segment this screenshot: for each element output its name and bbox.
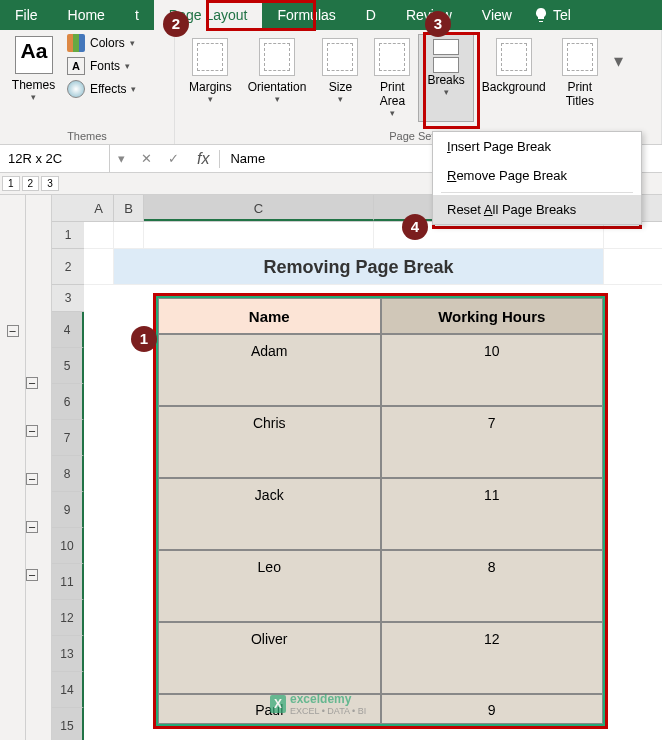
themes-group: Aa Themes ▾ Colors ▾ AFonts ▾ Effects ▾ … <box>0 30 175 144</box>
td-hours-5[interactable]: 9 <box>381 694 604 724</box>
row-header-6[interactable]: 6 <box>52 384 84 420</box>
orientation-button[interactable]: Orientation▾ <box>240 34 315 122</box>
outline-collapse-3[interactable]: – <box>26 425 38 437</box>
row-header-10[interactable]: 10 <box>52 528 84 564</box>
margins-button[interactable]: Margins▾ <box>181 34 240 122</box>
row-headers: 1 2 3 4 5 6 7 8 9 10 11 12 13 14 15 <box>52 195 84 740</box>
watermark: X exceldemy EXCEL • DATA • BI <box>270 692 366 716</box>
cell-area[interactable]: A B C D Removing Page Break Name Working… <box>84 195 662 740</box>
row-header-15[interactable]: 15 <box>52 708 84 740</box>
formula-content[interactable]: Name <box>220 151 275 166</box>
tab-insert[interactable]: t <box>120 0 154 30</box>
effects-button[interactable]: Effects ▾ <box>67 80 136 98</box>
row-header-7[interactable]: 7 <box>52 420 84 456</box>
worksheet-grid[interactable]: – – – – – – 1 2 3 4 5 6 7 8 9 10 11 12 1… <box>0 195 662 740</box>
page-setup-group: Margins▾ Orientation▾ Size▾ Print Area▾ … <box>175 30 662 144</box>
row-header-14[interactable]: 14 <box>52 672 84 708</box>
row-header-4[interactable]: 4 <box>52 312 84 348</box>
colors-button[interactable]: Colors ▾ <box>67 34 136 52</box>
outline-collapse-4[interactable]: – <box>26 473 38 485</box>
row-header-12[interactable]: 12 <box>52 600 84 636</box>
row-header-11[interactable]: 11 <box>52 564 84 600</box>
outline-collapse-6[interactable]: – <box>26 569 38 581</box>
outline-1[interactable]: 1 <box>2 176 20 191</box>
tab-formulas[interactable]: Formulas <box>262 0 350 30</box>
outline-collapse[interactable]: – <box>7 325 19 337</box>
menu-tabs: File Home t Page Layout Formulas D Revie… <box>0 0 662 30</box>
outline-gutter-2: – – – – – <box>26 195 52 740</box>
row-header-9[interactable]: 9 <box>52 492 84 528</box>
breaks-button[interactable]: Breaks▾ <box>418 34 473 122</box>
callout-1: 1 <box>131 326 157 352</box>
background-button[interactable]: Background <box>474 34 554 122</box>
row-header-5[interactable]: 5 <box>52 348 84 384</box>
tell-me-icon[interactable]: Tel <box>533 7 571 23</box>
size-button[interactable]: Size▾ <box>314 34 366 122</box>
fn-enter[interactable]: ✓ <box>160 151 187 166</box>
callout-4: 4 <box>402 214 428 240</box>
tab-file[interactable]: File <box>0 0 53 30</box>
name-box-dd[interactable]: ▾ <box>110 151 133 166</box>
td-hours-1[interactable]: 7 <box>381 406 604 478</box>
print-area-button[interactable]: Print Area▾ <box>366 34 418 122</box>
outline-3[interactable]: 3 <box>41 176 59 191</box>
tab-data[interactable]: D <box>351 0 391 30</box>
row-header-8[interactable]: 8 <box>52 456 84 492</box>
outline-2[interactable]: 2 <box>22 176 40 191</box>
td-name-2[interactable]: Jack <box>158 478 381 550</box>
outline-gutter-1: – <box>0 195 26 740</box>
dd-reset-breaks[interactable]: Reset All Page Breaks <box>433 195 641 224</box>
callout-2: 2 <box>163 11 189 37</box>
th-name[interactable]: Name <box>158 298 381 334</box>
row-header-13[interactable]: 13 <box>52 636 84 672</box>
themes-group-label: Themes <box>6 130 168 142</box>
row-header-3[interactable]: 3 <box>52 285 84 312</box>
themes-button[interactable]: Aa Themes ▾ <box>6 34 61 102</box>
breaks-dropdown: Insert Page Break Remove Page Break Rese… <box>432 131 642 225</box>
tab-view[interactable]: View <box>467 0 527 30</box>
fonts-button[interactable]: AFonts ▾ <box>67 57 136 75</box>
dd-remove-break[interactable]: Remove Page Break <box>433 161 641 190</box>
tab-home[interactable]: Home <box>53 0 120 30</box>
td-name-1[interactable]: Chris <box>158 406 381 478</box>
col-header-b[interactable]: B <box>114 195 144 221</box>
more-b[interactable]: ▾ <box>606 34 631 122</box>
td-name-4[interactable]: Oliver <box>158 622 381 694</box>
callout-3: 3 <box>425 11 451 37</box>
row-header-1[interactable]: 1 <box>52 222 84 249</box>
td-hours-3[interactable]: 8 <box>381 550 604 622</box>
ribbon: Aa Themes ▾ Colors ▾ AFonts ▾ Effects ▾ … <box>0 30 662 145</box>
outline-collapse-2[interactable]: – <box>26 377 38 389</box>
fn-cancel[interactable]: ✕ <box>133 151 160 166</box>
dd-insert-break[interactable]: Insert Page Break <box>433 132 641 161</box>
col-header-c[interactable]: C <box>144 195 374 221</box>
title-cell[interactable]: Removing Page Break <box>114 249 604 284</box>
name-box[interactable]: 12R x 2C <box>0 145 110 172</box>
print-titles-button[interactable]: Print Titles <box>554 34 606 122</box>
col-header-a[interactable]: A <box>84 195 114 221</box>
th-hours[interactable]: Working Hours <box>381 298 604 334</box>
data-table-selection: Name Working Hours Adam10 Chris7 Jack11 … <box>153 293 608 729</box>
td-name-3[interactable]: Leo <box>158 550 381 622</box>
td-hours-4[interactable]: 12 <box>381 622 604 694</box>
fx-icon[interactable]: fx <box>187 150 220 168</box>
outline-collapse-5[interactable]: – <box>26 521 38 533</box>
dd-separator <box>441 192 633 193</box>
td-name-0[interactable]: Adam <box>158 334 381 406</box>
row-header-2[interactable]: 2 <box>52 249 84 285</box>
td-hours-0[interactable]: 10 <box>381 334 604 406</box>
td-hours-2[interactable]: 11 <box>381 478 604 550</box>
